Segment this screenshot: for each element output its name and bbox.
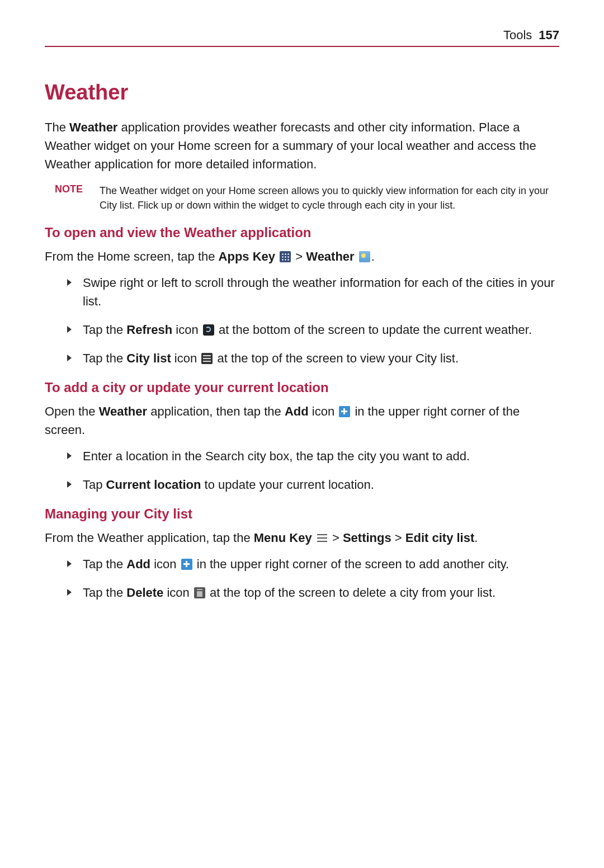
s2b2-post: to update your current location. <box>201 478 374 492</box>
note-text: The Weather widget on your Home screen a… <box>100 183 559 213</box>
s2-pre: Open the <box>45 404 99 418</box>
b2-pre: Tap the <box>83 323 126 337</box>
s3b2-pre: Tap the <box>83 586 126 600</box>
b3-post: at the top of the screen to view your Ci… <box>214 351 459 365</box>
heading-add-city: To add a city or update your current loc… <box>45 380 559 395</box>
bullet-text: Swipe right or left to scroll through th… <box>83 276 555 308</box>
intro-pre: The <box>45 120 69 134</box>
list-item: Enter a location in the Search city box,… <box>67 447 559 465</box>
heading-manage-city: Managing your City list <box>45 506 559 522</box>
intro-bold: Weather <box>69 120 117 134</box>
edit-city-list-label: Edit city list <box>405 531 474 545</box>
s1-pre: From the Home screen, tap the <box>45 249 219 263</box>
manage-city-instruction: From the Weather application, tap the Me… <box>45 529 559 547</box>
settings-label: Settings <box>343 531 391 545</box>
s2-mid: application, then tap the <box>147 404 285 418</box>
add-label-2: Add <box>126 557 150 571</box>
weather-bold2: Weather <box>99 404 147 418</box>
list-item: Tap the Add icon in the upper right corn… <box>67 555 559 573</box>
apps-key-label: Apps Key <box>219 249 275 263</box>
citylist-label: City list <box>126 351 171 365</box>
s3-end: . <box>474 531 478 545</box>
s1-end: . <box>371 249 375 263</box>
note-label: NOTE <box>55 183 100 213</box>
refresh-label: Refresh <box>126 323 172 337</box>
apps-key-icon <box>280 251 291 262</box>
note-block: NOTE The Weather widget on your Home scr… <box>55 183 559 213</box>
add-icon <box>181 559 192 570</box>
list-item: Tap the Refresh icon at the bottom of th… <box>67 320 559 339</box>
s3-pre: From the Weather application, tap the <box>45 531 254 545</box>
bullet-text: Enter a location in the Search city box,… <box>83 449 470 463</box>
s3b1-post: in the upper right corner of the screen … <box>194 557 509 571</box>
s3b2-mid: icon <box>163 586 193 600</box>
s2b2-pre: Tap <box>83 478 106 492</box>
manual-page: Tools 157 Weather The Weather applicatio… <box>0 0 604 657</box>
heading-open-view: To open and view the Weather application <box>45 225 559 240</box>
page-title: Weather <box>45 81 559 105</box>
weather-icon <box>359 251 370 262</box>
weather-label: Weather <box>306 249 354 263</box>
s3-sep2: > <box>391 531 405 545</box>
list-icon <box>201 353 213 364</box>
s3b2-post: at the top of the screen to delete a cit… <box>206 586 496 600</box>
s3-sep1: > <box>329 531 343 545</box>
list-item: Tap the City list icon at the top of the… <box>67 349 559 367</box>
b2-post: at the bottom of the screen to update th… <box>215 323 532 337</box>
intro-post: application provides weather forecasts a… <box>45 120 536 171</box>
b2-mid: icon <box>172 323 202 337</box>
add-city-instruction: Open the Weather application, then tap t… <box>45 402 559 439</box>
list-item: Tap Current location to update your curr… <box>67 475 559 494</box>
delete-label: Delete <box>126 586 163 600</box>
delete-icon <box>194 587 205 598</box>
b3-mid: icon <box>171 351 201 365</box>
s1-sep1: > <box>292 249 306 263</box>
add-icon <box>339 406 350 417</box>
open-view-instruction: From the Home screen, tap the Apps Key >… <box>45 247 559 266</box>
s3b1-pre: Tap the <box>83 557 126 571</box>
page-header: Tools 157 <box>45 28 559 47</box>
refresh-icon <box>203 324 214 336</box>
header-page-number: 157 <box>539 28 559 43</box>
open-view-list: Swipe right or left to scroll through th… <box>45 273 559 367</box>
list-item: Swipe right or left to scroll through th… <box>67 273 559 310</box>
menu-icon <box>317 532 328 544</box>
menu-key-label: Menu Key <box>254 531 312 545</box>
current-location-label: Current location <box>106 478 201 492</box>
b3-pre: Tap the <box>83 351 126 365</box>
list-item: Tap the Delete icon at the top of the sc… <box>67 583 559 602</box>
add-city-list: Enter a location in the Search city box,… <box>45 447 559 494</box>
manage-city-list: Tap the Add icon in the upper right corn… <box>45 555 559 602</box>
add-label: Add <box>285 404 309 418</box>
intro-paragraph: The Weather application provides weather… <box>45 118 559 173</box>
s2-mid2: icon <box>309 404 338 418</box>
s3b1-mid: icon <box>150 557 180 571</box>
header-section: Tools <box>503 28 532 43</box>
